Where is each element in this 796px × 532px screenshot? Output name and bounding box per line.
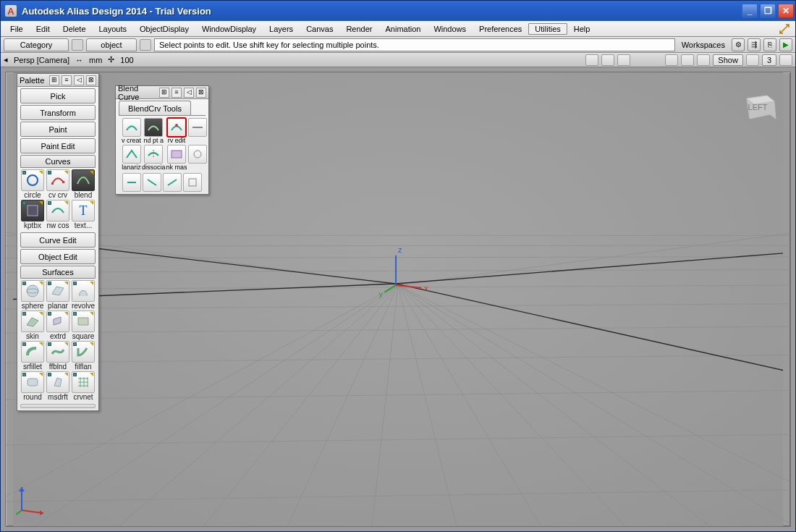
blend-tool-v-creat[interactable] [122, 118, 141, 137]
viewcube-face-label[interactable]: LEFT [748, 103, 768, 111]
blend-btn-close[interactable]: ⊠ [196, 88, 206, 98]
menu-corner-icon[interactable] [776, 22, 792, 35]
tool-text[interactable]: T [72, 200, 95, 221]
menu-edit[interactable]: Edit [30, 23, 56, 35]
blend-tool-nk-mas[interactable] [167, 145, 186, 164]
palette-btn-close[interactable]: ⊠ [86, 75, 96, 85]
blend-tool-extra2[interactable] [188, 145, 207, 164]
workspace-btn-3[interactable]: ⎘ [763, 38, 776, 51]
blend-tool-dissocia[interactable] [144, 145, 163, 164]
blend-tool-lanariz[interactable] [122, 145, 141, 164]
status-icon-b[interactable] [681, 54, 694, 66]
grid-size[interactable]: 100 [120, 56, 133, 64]
status-icon-e[interactable] [779, 54, 792, 66]
palette-panel[interactable]: Palette ⊞ ≡ ◁ ⊠ Pick Transform Paint Pai… [17, 73, 99, 411]
workspace-btn-1[interactable]: ⚙ [732, 38, 745, 51]
menu-objectdisplay[interactable]: ObjectDisplay [133, 23, 195, 35]
palette-btn-objectedit[interactable]: Object Edit [20, 249, 96, 264]
status-icon-d[interactable] [746, 54, 759, 66]
palette-btn-collapse[interactable]: ◁ [74, 75, 84, 85]
status-icon-tool1[interactable] [601, 54, 614, 66]
grid-icon: ✢ [108, 55, 114, 64]
blend-tool-r3b[interactable] [143, 173, 161, 192]
tool-planar[interactable] [46, 280, 69, 302]
shelf-icon-1[interactable] [72, 39, 83, 51]
status-number[interactable]: 3 [762, 54, 776, 66]
blend-btn-layout[interactable]: ⊞ [159, 88, 169, 98]
palette-section-curves[interactable]: Curves [20, 155, 96, 168]
menu-render[interactable]: Render [339, 23, 378, 35]
show-button[interactable]: Show [713, 54, 743, 66]
menu-layouts[interactable]: Layouts [93, 23, 134, 35]
tool-ffblnd[interactable] [46, 341, 69, 363]
menu-windowdisplay[interactable]: WindowDisplay [195, 23, 263, 35]
svg-point-51 [175, 124, 178, 127]
tool-srfillet[interactable] [21, 341, 44, 363]
status-icon-search[interactable] [617, 54, 630, 66]
tool-sphere[interactable] [21, 280, 44, 302]
tool-crvnet[interactable] [72, 371, 95, 393]
palette-btn-paint[interactable]: Paint [20, 122, 96, 137]
blend-tool-extra1[interactable] [188, 118, 207, 137]
palette-section-surfaces[interactable]: Surfaces [20, 266, 96, 279]
viewcube[interactable]: LEFT [735, 85, 779, 129]
menu-layers[interactable]: Layers [263, 23, 300, 35]
palette-btn-transform[interactable]: Transform [20, 105, 96, 120]
status-icon-camera[interactable] [585, 54, 598, 66]
maximize-button[interactable]: ❐ [760, 4, 776, 18]
status-bar: ◂ Persp [Camera] ↔ mm ✢ 100 Show 3 [1, 53, 795, 67]
menu-canvas[interactable]: Canvas [300, 23, 339, 35]
shelf-icon-2[interactable] [140, 39, 151, 51]
palette-titlebar[interactable]: Palette ⊞ ≡ ◁ ⊠ [17, 74, 98, 87]
tool-filflan[interactable] [72, 341, 95, 363]
view-name[interactable]: Persp [Camera] [14, 56, 69, 64]
blend-tool-rv-edit[interactable] [167, 118, 186, 137]
status-icon-c[interactable] [697, 54, 710, 66]
tool-cv-crv[interactable] [46, 169, 69, 191]
tool-extrd[interactable] [46, 311, 69, 332]
blend-curve-panel[interactable]: Blend Curve ⊞ ≡ ◁ ⊠ BlendCrv Tools v cre… [115, 85, 209, 195]
status-prev-icon[interactable]: ◂ [4, 55, 8, 64]
titlebar[interactable]: A Autodesk Alias Design 2014 - Trial Ver… [1, 1, 795, 21]
palette-btn-pick[interactable]: Pick [20, 88, 96, 104]
blend-titlebar[interactable]: Blend Curve ⊞ ≡ ◁ ⊠ [116, 86, 208, 99]
palette-btn-layout[interactable]: ⊞ [49, 75, 59, 85]
units-label[interactable]: mm [89, 56, 102, 64]
menu-animation[interactable]: Animation [379, 23, 428, 35]
tool-round[interactable] [21, 371, 44, 393]
menu-help[interactable]: Help [567, 23, 597, 35]
blend-tool-r3d[interactable] [183, 173, 202, 192]
blend-btn-list[interactable]: ≡ [172, 88, 182, 98]
palette-btn-list[interactable]: ≡ [62, 75, 72, 85]
tool-circle[interactable] [21, 169, 44, 191]
tool-kptbx[interactable] [21, 200, 44, 221]
shelf-tab-category[interactable]: Category [4, 38, 69, 51]
tool-square[interactable] [72, 311, 95, 332]
tool-nw-cos[interactable] [46, 200, 69, 221]
menubar: File Edit Delete Layouts ObjectDisplay W… [1, 21, 795, 37]
tool-blend[interactable] [72, 169, 95, 191]
blend-btn-collapse[interactable]: ◁ [184, 88, 194, 98]
tool-skin[interactable] [21, 311, 44, 332]
tool-revolve[interactable] [72, 280, 95, 302]
palette-scroll-handle[interactable] [20, 404, 96, 408]
menu-windows[interactable]: Windows [427, 23, 473, 35]
menu-delete[interactable]: Delete [56, 23, 93, 35]
status-icon-a[interactable] [665, 54, 678, 66]
menu-file[interactable]: File [4, 23, 30, 35]
menu-utilities[interactable]: Utilities [528, 23, 567, 35]
blend-tab[interactable]: BlendCrv Tools [119, 101, 191, 115]
play-button[interactable]: ▶ [779, 38, 792, 51]
palette-btn-paintedit[interactable]: Paint Edit [20, 138, 96, 153]
tool-msdrft[interactable] [46, 371, 69, 393]
blend-tool-r3c[interactable] [163, 173, 182, 192]
menu-preferences[interactable]: Preferences [473, 23, 528, 35]
svg-rect-42 [51, 182, 54, 185]
close-button[interactable]: ✕ [778, 4, 794, 18]
blend-tool-nd-pt-a[interactable] [144, 118, 163, 137]
shelf-tab-object[interactable]: object [86, 38, 137, 51]
blend-tool-r3a[interactable] [122, 173, 141, 192]
palette-btn-curveedit[interactable]: Curve Edit [20, 232, 96, 248]
workspace-btn-2[interactable]: ⇶ [748, 38, 761, 51]
minimize-button[interactable]: _ [742, 4, 758, 18]
